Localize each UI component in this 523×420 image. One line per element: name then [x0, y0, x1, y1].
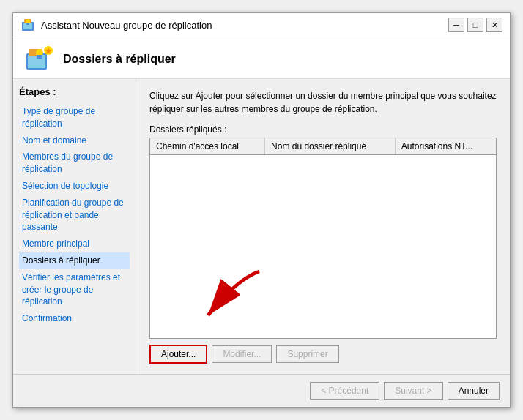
svg-rect-9 — [37, 55, 42, 59]
header-title: Dossiers à répliquer — [63, 53, 176, 66]
sidebar-item-membre-principal[interactable]: Membre principal — [19, 236, 130, 252]
sidebar-item-confirmation[interactable]: Confirmation — [19, 310, 130, 327]
window-title: Assistant Nouveau groupe de réplication — [41, 20, 448, 31]
content-area: Étapes : Type de groupe de réplication N… — [13, 79, 510, 374]
add-button[interactable]: Ajouter... — [149, 345, 207, 364]
sidebar-item-membres[interactable]: Membres du groupe de réplication — [19, 149, 130, 178]
sidebar-header: Étapes : — [19, 86, 130, 97]
cancel-button[interactable]: Annuler — [448, 382, 500, 400]
folders-table: Chemin d'accès local Nom du dossier répl… — [150, 138, 496, 155]
sidebar-item-type[interactable]: Type de groupe de réplication — [19, 103, 130, 132]
next-button[interactable]: Suivant > — [384, 382, 442, 400]
close-button[interactable]: ✕ — [486, 18, 502, 32]
col-chemin[interactable]: Chemin d'accès local — [150, 138, 265, 155]
footer: < Précédent Suivant > Annuler — [13, 374, 510, 407]
header-icon — [25, 45, 54, 74]
minimize-button[interactable]: ─ — [448, 18, 464, 32]
delete-button[interactable]: Supprimer — [276, 345, 338, 363]
sidebar-item-planification[interactable]: Planification du groupe de réplication e… — [19, 195, 130, 236]
previous-button[interactable]: < Précédent — [310, 382, 379, 400]
window-controls: ─ □ ✕ — [448, 18, 502, 32]
maximize-button[interactable]: □ — [467, 18, 483, 32]
title-bar: Assistant Nouveau groupe de réplication … — [13, 13, 510, 37]
action-buttons: Ajouter... Modifier... Supprimer — [149, 345, 497, 364]
sidebar-item-nom[interactable]: Nom et domaine — [19, 132, 130, 149]
header-section: Dossiers à répliquer — [13, 37, 510, 79]
modify-button[interactable]: Modifier... — [212, 345, 272, 363]
window-icon — [21, 18, 35, 32]
col-nom[interactable]: Nom du dossier répliqué — [265, 138, 396, 155]
main-window: Assistant Nouveau groupe de réplication … — [12, 12, 511, 408]
sidebar-item-topologie[interactable]: Sélection de topologie — [19, 178, 130, 195]
main-panel: Cliquez sur Ajouter pour sélectionner un… — [136, 79, 510, 374]
table-label: Dossiers répliqués : — [149, 124, 497, 135]
sidebar-item-verifier[interactable]: Vérifier les paramètres et créer le grou… — [19, 269, 130, 310]
table-area: Chemin d'accès local Nom du dossier répl… — [149, 138, 497, 364]
sidebar-item-dossiers[interactable]: Dossiers à répliquer — [19, 252, 130, 269]
folders-table-container[interactable]: Chemin d'accès local Nom du dossier répl… — [149, 138, 497, 339]
svg-rect-4 — [26, 23, 29, 25]
col-autorisations[interactable]: Autorisations NT... — [395, 138, 496, 155]
sidebar: Étapes : Type de groupe de réplication N… — [13, 79, 136, 374]
description-text: Cliquez sur Ajouter pour sélectionner un… — [149, 89, 497, 116]
